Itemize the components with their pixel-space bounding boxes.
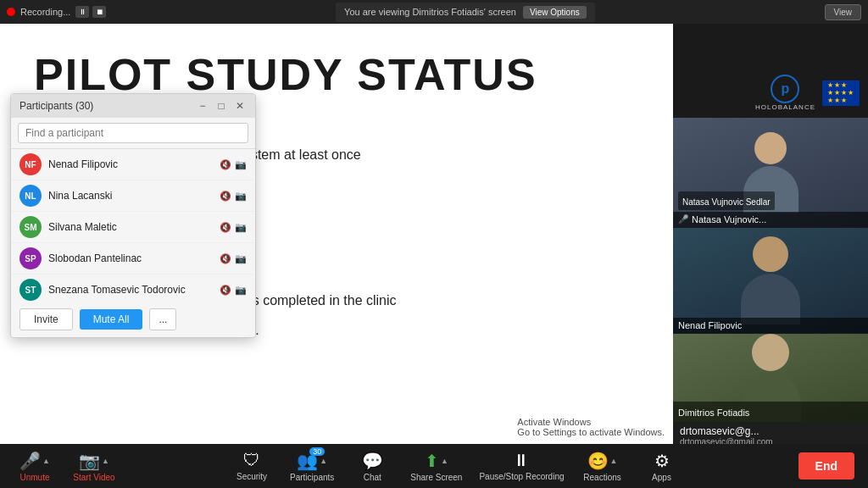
participant-avatar-2: SM <box>19 216 42 238</box>
participant-name-4: Snezana Tomasevic Todorovic <box>48 284 213 296</box>
screen-share-banner: You are viewing Dimitrios Fotiadis' scre… <box>336 3 595 22</box>
panel-controls[interactable]: − □ ✕ <box>196 99 247 113</box>
natasa-sub-name-bar: Natasa Vujnovic Sedlar <box>678 191 775 210</box>
participants-row[interactable]: 👥 30 ▲ <box>297 451 327 471</box>
top-bar: Recording... ⏸ ⏹ You are viewing Dimitri… <box>0 0 868 24</box>
mic-muted-icon: 🔇 <box>220 159 231 170</box>
security-icon: 🛡 <box>243 451 260 470</box>
screen-share-text: You are viewing Dimitrios Fotiadis' scre… <box>344 7 516 17</box>
minimize-panel-btn[interactable]: − <box>196 99 209 113</box>
right-video-panel: p HOLOBALANCE ★★★★★★★★★★ 🎤 Natasa Vujnov… <box>673 68 868 444</box>
participant-name-2: Silvana Maletic <box>48 221 213 233</box>
nenad-name: Nenad Filipovic <box>678 320 742 330</box>
video-chevron: ▲ <box>102 457 109 465</box>
participant-avatar-0: NF <box>19 153 42 175</box>
share-row[interactable]: ⬆ ▲ <box>425 451 448 471</box>
win-activate-line1: Activate Windows <box>517 417 665 427</box>
stop-recording-btn[interactable]: ⏹ <box>92 6 106 18</box>
participant-item-2[interactable]: SMSilvana Maletic🔇📷 <box>11 212 255 243</box>
holobalance-text: HOLOBALANCE <box>755 103 815 111</box>
dimitrios-name: Dimitrios Fotiadis <box>678 408 749 418</box>
toolbar-left: 🎤 ▲ Unmute 📷 ▲ Start Video <box>14 451 115 482</box>
video-muted-icon: 📷 <box>235 159 247 170</box>
unmute-row[interactable]: 🎤 ▲ <box>19 451 50 471</box>
maximize-panel-btn[interactable]: □ <box>214 99 228 113</box>
win-activate-line2: Go to Settings to activate Windows. <box>517 427 665 437</box>
reactions-label: Reactions <box>583 473 620 482</box>
pause-rec-icon: ⏸ <box>513 451 530 470</box>
participant-name-0: Nenad Filipovic <box>48 158 213 170</box>
nenad-person <box>741 236 800 324</box>
participant-icons-3: 🔇📷 <box>220 253 247 264</box>
participant-name-3: Slobodan Pantelinac <box>48 252 213 264</box>
participant-avatar-4: ST <box>19 279 42 301</box>
mic-muted-icon: 🔇 <box>220 253 231 264</box>
reactions-item[interactable]: 😊 ▲ Reactions <box>581 451 624 482</box>
natasa-mic-icon: 🎤 <box>678 214 688 224</box>
mic-icon: 🎤 <box>19 451 41 471</box>
apps-item[interactable]: ⚙ Apps <box>641 451 683 482</box>
top-bar-left: Recording... ⏸ ⏹ <box>7 6 106 18</box>
unmute-label: Unmute <box>19 473 49 482</box>
share-screen-item[interactable]: ⬆ ▲ Share Screen <box>410 451 462 482</box>
mute-all-button[interactable]: Mute All <box>80 309 143 330</box>
recording-controls[interactable]: ⏸ ⏹ <box>75 6 106 18</box>
participants-badge: 30 <box>309 447 325 456</box>
share-screen-label: Share Screen <box>410 473 462 482</box>
natasa-head <box>754 132 787 164</box>
participants-list: NFNenad Filipovic🔇📷NLNina Lacanski🔇📷SMSi… <box>11 149 255 302</box>
participants-icon: 👥 30 <box>297 451 318 471</box>
participant-name-1: Nina Lacanski <box>48 190 213 202</box>
toolbar-center: 🛡 Security 👥 30 ▲ Participants 💬 Chat ⬆ … <box>231 451 682 482</box>
logo-area: p HOLOBALANCE ★★★★★★★★★★ <box>673 68 868 118</box>
video-muted-icon: 📷 <box>235 285 247 296</box>
close-panel-btn[interactable]: ✕ <box>233 99 247 113</box>
dimitrios-display-name: drtomasevic@g... <box>680 425 861 437</box>
natasa-video-tile: 🎤 Natasa Vujnovic... Natasa Vujnovic Sed… <box>673 118 868 228</box>
pause-recording-item[interactable]: ⏸ Pause/Stop Recording <box>479 451 564 481</box>
nenad-video-tile: Nenad Filipovic <box>673 228 868 334</box>
start-video-item[interactable]: 📷 ▲ Start Video <box>73 451 115 482</box>
view-button[interactable]: View <box>825 4 862 20</box>
reactions-row[interactable]: 😊 ▲ <box>587 451 618 471</box>
video-muted-icon: 📷 <box>235 253 247 264</box>
chat-icon: 💬 <box>362 451 383 471</box>
participant-icons-1: 🔇📷 <box>220 191 247 202</box>
video-muted-icon: 📷 <box>235 222 247 233</box>
invite-button[interactable]: Invite <box>19 308 73 330</box>
participants-panel: Participants (30) − □ ✕ NFNenad Filipovi… <box>10 93 256 338</box>
search-input[interactable] <box>18 123 248 143</box>
search-box[interactable] <box>11 118 255 149</box>
chat-item[interactable]: 💬 Chat <box>351 451 393 482</box>
security-item[interactable]: 🛡 Security <box>231 451 273 481</box>
unmute-item[interactable]: 🎤 ▲ Unmute <box>14 451 56 482</box>
participants-item[interactable]: 👥 30 ▲ Participants <box>290 451 334 482</box>
pause-rec-label: Pause/Stop Recording <box>479 472 564 481</box>
dimitrios-name-bar: Dimitrios Fotiadis <box>673 402 868 422</box>
panel-title-bar: Participants (30) − □ ✕ <box>11 94 255 118</box>
dimitrios-video: Dimitrios Fotiadis <box>673 334 868 422</box>
nenad-torso <box>741 274 800 324</box>
chat-label: Chat <box>364 473 381 482</box>
apps-label: Apps <box>652 473 671 482</box>
participant-item-4[interactable]: STSnezana Tomasevic Todorovic🔇📷 <box>11 274 255 302</box>
eu-flag: ★★★★★★★★★★ <box>822 80 860 106</box>
panel-title: Participants (30) <box>19 100 93 112</box>
participant-item-0[interactable]: NFNenad Filipovic🔇📷 <box>11 149 255 180</box>
recording-indicator <box>7 8 15 16</box>
natasa-sub-name: Natasa Vujnovic Sedlar <box>682 197 771 207</box>
panel-footer: Invite Mute All ... <box>11 302 255 337</box>
pause-recording-btn[interactable]: ⏸ <box>75 6 89 18</box>
participant-item-3[interactable]: SPSlobodan Pantelinac🔇📷 <box>11 243 255 274</box>
participant-item-1[interactable]: NLNina Lacanski🔇📷 <box>11 180 255 212</box>
video-row[interactable]: 📷 ▲ <box>79 451 109 471</box>
participant-avatar-3: SP <box>19 247 42 269</box>
participant-avatar-1: NL <box>19 185 42 207</box>
view-options-button[interactable]: View Options <box>523 6 587 19</box>
nenad-head <box>753 236 788 272</box>
participants-label: Participants <box>290 473 334 482</box>
participants-chevron: ▲ <box>320 457 327 465</box>
end-button[interactable]: End <box>798 452 854 480</box>
nenad-name-bar: Nenad Filipovic <box>673 318 868 333</box>
more-button[interactable]: ... <box>149 308 176 330</box>
